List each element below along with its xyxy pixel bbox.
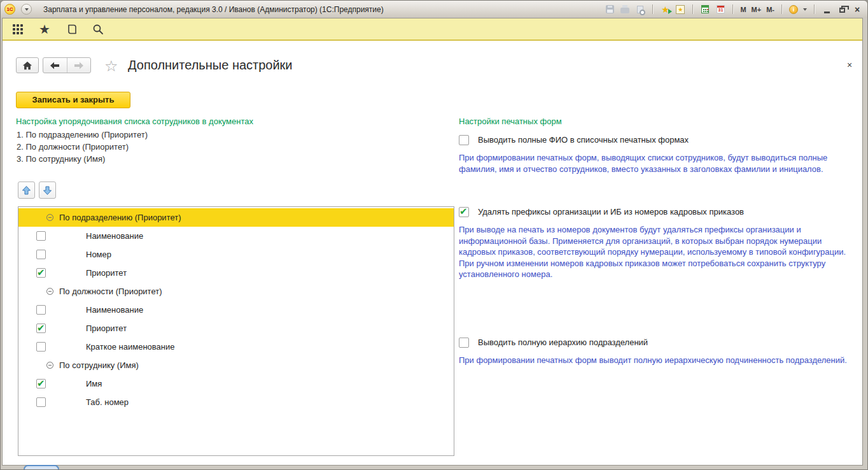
- close-form-button[interactable]: ×: [847, 61, 852, 69]
- star-arrow-icon: ★: [661, 5, 669, 14]
- option-row: Выводить полные ФИО в списочных печатных…: [459, 134, 863, 146]
- form-content: ☆ Дополнительные настройки × Записать и …: [3, 41, 862, 444]
- tree-item-label: Наименование: [86, 305, 143, 315]
- info-icon[interactable]: i: [789, 5, 798, 14]
- option-checkbox[interactable]: [459, 207, 469, 217]
- tree-group-row[interactable]: По должности (Приоритет): [18, 282, 454, 301]
- ordering-tree[interactable]: По подразделению (Приоритет)Наименование…: [18, 206, 454, 456]
- memory-subtract-button[interactable]: M-: [766, 6, 774, 13]
- tree-item-label: Имя: [86, 379, 102, 388]
- option-label: Выводить полную иерархию подразделений: [478, 338, 648, 347]
- star-box-icon: ★: [676, 5, 685, 14]
- window-title: Зарплата и управление персоналом, редакц…: [43, 5, 384, 14]
- show-favorites-button[interactable]: ★: [675, 4, 685, 15]
- chevron-down-icon: [25, 8, 29, 11]
- print-preview-icon: [637, 6, 643, 13]
- save-button[interactable]: [605, 4, 615, 15]
- app-window: 1С Зарплата и управление персоналом, ред…: [0, 0, 868, 470]
- search-button[interactable]: [89, 20, 107, 38]
- forward-button[interactable]: [67, 58, 91, 73]
- app-logo-icon: 1С: [4, 4, 15, 15]
- tree-item-row[interactable]: Таб. номер: [18, 393, 454, 411]
- home-button[interactable]: [16, 57, 39, 73]
- tree-item-row[interactable]: Номер: [18, 245, 454, 264]
- collapse-icon[interactable]: [46, 288, 53, 295]
- tree-group-label: По сотруднику (Имя): [59, 360, 139, 370]
- tree-group-row[interactable]: По сотруднику (Имя): [18, 356, 454, 374]
- memory-add-button[interactable]: M+: [752, 6, 762, 13]
- tree-group-label: По подразделению (Приоритет): [59, 213, 181, 222]
- tree-item-row[interactable]: Наименование: [18, 227, 454, 245]
- save-and-close-button[interactable]: Записать и закрыть: [16, 92, 130, 108]
- tree-item-row[interactable]: Приоритет: [18, 264, 454, 282]
- separator: [814, 4, 815, 14]
- tree-group-row[interactable]: По подразделению (Приоритет): [18, 208, 454, 227]
- print-icon: [620, 8, 629, 13]
- tree-item-row[interactable]: Имя: [18, 374, 454, 393]
- main-sections-menu-button[interactable]: [9, 20, 27, 38]
- close-window-button[interactable]: ×: [852, 4, 862, 15]
- tree-item-checkbox[interactable]: [36, 231, 46, 241]
- tree-item-row[interactable]: Приоритет: [18, 319, 454, 338]
- separator: [652, 4, 653, 14]
- tree-item-row[interactable]: Краткое наименование: [18, 338, 454, 356]
- separator: [692, 4, 693, 14]
- tree-item-checkbox[interactable]: [36, 305, 46, 315]
- calendar-icon: 31: [717, 5, 725, 13]
- option-row: Выводить полную иерархию подразделений: [459, 336, 863, 348]
- history-icon: [65, 23, 78, 36]
- tree-item-checkbox[interactable]: [36, 397, 46, 407]
- move-down-button[interactable]: [39, 182, 56, 199]
- order-list-item: 3. По сотруднику (Имя): [17, 153, 148, 165]
- tree-group-label: По должности (Приоритет): [59, 287, 162, 296]
- add-to-favorites-button[interactable]: ★: [660, 4, 670, 15]
- tree-item-label: Краткое наименование: [86, 342, 175, 352]
- print-section-title: Настройки печатных форм: [459, 117, 863, 126]
- favorites-button[interactable]: ★: [36, 20, 53, 38]
- tree-item-checkbox[interactable]: [36, 324, 46, 333]
- option-label: Удалять префиксы организации и ИБ из ном…: [478, 207, 744, 217]
- memory-store-button[interactable]: M: [740, 6, 746, 13]
- minimize-button[interactable]: [822, 4, 832, 15]
- ordering-section-title: Настройка упорядочивания списка сотрудни…: [16, 117, 253, 126]
- tools-panel: ★: [3, 18, 862, 41]
- tree-item-row[interactable]: Наименование: [18, 301, 454, 319]
- tree-item-checkbox[interactable]: [36, 268, 46, 278]
- arrow-down-icon: [43, 185, 52, 196]
- back-button[interactable]: [43, 58, 67, 73]
- restore-button[interactable]: [837, 4, 847, 15]
- option-checkbox[interactable]: [459, 135, 469, 145]
- calendar-button[interactable]: 31: [715, 4, 725, 15]
- page-title: Дополнительные настройки: [128, 58, 293, 73]
- separator: [781, 4, 782, 14]
- calculator-button[interactable]: [700, 4, 710, 15]
- print-preview-button[interactable]: [635, 4, 645, 15]
- separator: [732, 4, 733, 14]
- tree-item-label: Приоритет: [86, 268, 127, 278]
- collapse-icon[interactable]: [46, 362, 53, 369]
- home-icon: [22, 61, 33, 71]
- option-description: При выводе на печать из номеров документ…: [459, 224, 858, 280]
- background-taskbar-artifact: [24, 465, 59, 469]
- history-button[interactable]: [62, 20, 80, 38]
- chevron-down-icon[interactable]: [803, 8, 807, 11]
- option-description: При формировании печатных форм выводит п…: [459, 355, 858, 366]
- tree-item-checkbox[interactable]: [36, 250, 46, 259]
- order-list: 1. По подразделению (Приоритет) 2. По до…: [17, 129, 148, 165]
- tree-item-checkbox[interactable]: [36, 342, 46, 352]
- tree-item-checkbox[interactable]: [36, 379, 46, 388]
- collapse-icon[interactable]: [46, 214, 53, 221]
- option-checkbox[interactable]: [459, 338, 469, 348]
- main-menu-button[interactable]: [21, 4, 32, 15]
- option-label: Выводить полные ФИО в списочных печатных…: [478, 135, 689, 145]
- print-option: Удалять префиксы организации и ИБ из ном…: [459, 206, 863, 280]
- print-option: Выводить полную иерархию подразделенийПр…: [459, 336, 863, 366]
- option-description: При формировании печатных форм, выводящи…: [459, 152, 858, 174]
- tree-item-label: Наименование: [86, 231, 143, 241]
- arrow-up-icon: [22, 185, 31, 196]
- nav-history-group: [43, 57, 91, 73]
- favorite-toggle-star[interactable]: ☆: [104, 58, 118, 75]
- move-up-button[interactable]: [18, 182, 35, 199]
- calculator-icon: [701, 5, 709, 13]
- print-button[interactable]: [620, 4, 630, 15]
